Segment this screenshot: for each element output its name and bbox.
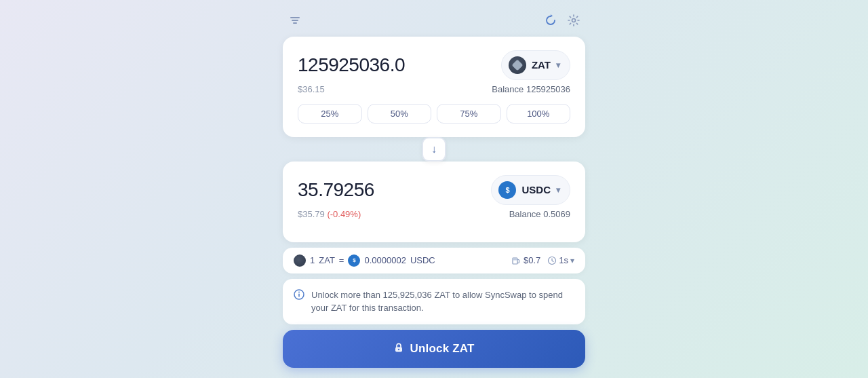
svg-rect-2	[293, 22, 297, 24]
to-token-box: $ USDC ▾ $35.79 (-0.49%) Balance 0.5069	[283, 162, 585, 242]
filter-button[interactable]	[285, 11, 304, 30]
svg-rect-1	[292, 20, 298, 21]
price-right: $0.7 1s ▾	[511, 255, 574, 265]
percent-50-button[interactable]: 50%	[368, 104, 432, 124]
usdc-token-icon: $	[498, 181, 516, 199]
filter-icon	[288, 14, 302, 27]
mini-zat-icon	[294, 254, 306, 267]
svg-point-9	[298, 291, 300, 292]
refresh-icon	[545, 14, 557, 26]
price-left: 1 ZAT = $ 0.0000002 USDC	[294, 254, 435, 267]
price-to-amount: 0.0000002	[364, 255, 406, 265]
top-bar	[283, 11, 585, 37]
to-balance-value: 0.5069	[543, 209, 570, 219]
from-token-box: ZAT ▾ $36.15 Balance 125925036 25% 50% 7…	[283, 37, 585, 137]
percent-75-button[interactable]: 75%	[437, 104, 501, 124]
from-amount-row: ZAT ▾	[298, 50, 570, 80]
to-token-selector[interactable]: $ USDC ▾	[491, 175, 570, 205]
from-token-selector[interactable]: ZAT ▾	[501, 50, 570, 80]
to-token-chevron: ▾	[556, 185, 560, 195]
gas-estimate-value: $0.7	[524, 255, 540, 265]
info-icon	[294, 289, 304, 302]
svg-point-11	[398, 349, 399, 350]
svg-rect-8	[298, 293, 300, 297]
swap-arrow-icon: ↓	[431, 143, 437, 155]
from-balance-label: Balance	[492, 84, 524, 94]
svg-rect-0	[290, 17, 300, 18]
percent-100-button[interactable]: 100%	[507, 104, 571, 124]
gas-icon	[511, 256, 521, 265]
to-balance-info: Balance 0.5069	[509, 209, 570, 219]
gas-estimate-item: $0.7	[511, 255, 540, 265]
price-to-token: USDC	[410, 255, 435, 265]
time-estimate-value: 1s	[559, 255, 568, 265]
unlock-zat-button[interactable]: Unlock ZAT	[283, 330, 585, 368]
from-balance-value: 125925036	[526, 84, 570, 94]
unlock-button-label: Unlock ZAT	[410, 342, 474, 356]
from-balance-info: Balance 125925036	[492, 84, 570, 94]
from-meta-row: $36.15 Balance 125925036	[298, 84, 570, 94]
price-from-amount: 1	[310, 255, 315, 265]
price-info-row: 1 ZAT = $ 0.0000002 USDC $0.7 1s	[283, 248, 585, 273]
svg-rect-5	[513, 258, 517, 261]
lock-icon	[393, 342, 404, 355]
top-bar-left	[285, 11, 304, 30]
from-usd-value: $36.15	[298, 84, 325, 94]
swap-widget: ZAT ▾ $36.15 Balance 125925036 25% 50% 7…	[283, 11, 585, 368]
to-amount-input[interactable]	[298, 179, 460, 201]
to-amount-row: $ USDC ▾	[298, 175, 570, 205]
time-selector[interactable]: 1s ▾	[547, 255, 574, 265]
to-balance-label: Balance	[509, 209, 541, 219]
to-token-label: USDC	[521, 184, 551, 195]
zat-token-icon	[509, 56, 526, 74]
percent-25-button[interactable]: 25%	[298, 104, 362, 124]
settings-icon	[568, 14, 580, 26]
svg-point-3	[572, 18, 576, 22]
settings-button[interactable]	[565, 12, 583, 29]
swap-arrow-wrapper: ↓	[283, 137, 585, 162]
to-price-change: (-0.49%)	[327, 209, 361, 219]
notice-text: Unlock more than 125,925,036 ZAT to allo…	[311, 288, 574, 315]
from-token-label: ZAT	[532, 59, 551, 71]
mini-usdc-icon: $	[348, 254, 360, 267]
price-from-token: ZAT	[319, 255, 335, 265]
percent-buttons-row: 25% 50% 75% 100%	[298, 104, 570, 124]
clock-icon	[547, 256, 557, 265]
refresh-button[interactable]	[542, 12, 559, 29]
from-token-chevron: ▾	[556, 60, 560, 70]
price-equals: =	[339, 255, 344, 265]
top-bar-right	[542, 12, 583, 29]
to-meta-row: $35.79 (-0.49%) Balance 0.5069	[298, 209, 570, 219]
from-amount-input[interactable]	[298, 54, 460, 76]
swap-direction-button[interactable]: ↓	[422, 137, 446, 162]
to-usd-value: $35.79 (-0.49%)	[298, 209, 361, 219]
unlock-notice: Unlock more than 125,925,036 ZAT to allo…	[283, 279, 585, 324]
time-chevron-icon: ▾	[570, 256, 574, 265]
